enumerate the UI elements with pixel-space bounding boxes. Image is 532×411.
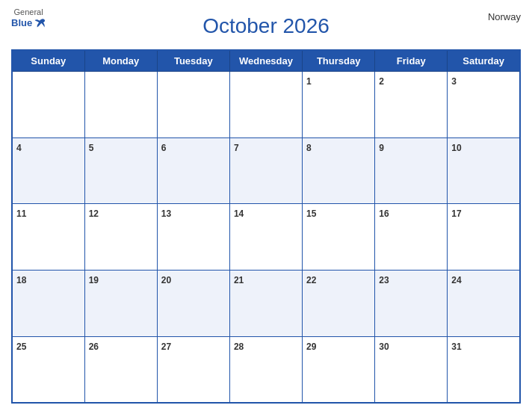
calendar-cell: 7	[229, 137, 302, 204]
calendar-cell: 30	[375, 336, 448, 403]
date-number: 31	[451, 342, 461, 352]
date-number: 23	[379, 275, 389, 285]
date-number: 1	[306, 76, 312, 87]
calendar-table: Sunday Monday Tuesday Wednesday Thursday…	[11, 49, 521, 404]
header-thursday: Thursday	[303, 50, 375, 72]
week-row-5: 25262728293031	[12, 336, 520, 403]
calendar-cell: 20	[157, 271, 229, 337]
date-number: 8	[306, 143, 312, 153]
calendar-cell: 25	[12, 336, 84, 403]
days-header-row: Sunday Monday Tuesday Wednesday Thursday…	[12, 50, 520, 72]
logo: General Blue	[11, 7, 46, 29]
date-number: 5	[89, 143, 94, 153]
header-tuesday: Tuesday	[157, 50, 229, 72]
date-number: 7	[234, 143, 239, 153]
date-number: 29	[306, 342, 316, 352]
week-row-2: 45678910	[12, 137, 520, 204]
country-label: Norway	[488, 11, 521, 22]
date-number: 10	[451, 143, 461, 153]
date-number: 17	[451, 208, 461, 219]
logo-general-text: General	[14, 7, 43, 17]
calendar-cell: 23	[375, 271, 448, 337]
date-number: 15	[306, 208, 316, 219]
calendar-cell: 1	[303, 72, 375, 138]
logo-blue-text: Blue	[11, 17, 46, 29]
date-number: 27	[161, 342, 171, 352]
calendar-cell: 5	[84, 137, 157, 204]
calendar-cell: 3	[448, 72, 520, 138]
week-row-1: 123	[12, 72, 520, 138]
calendar-cell: 16	[375, 204, 448, 271]
date-number: 9	[379, 143, 384, 153]
header-saturday: Saturday	[448, 50, 520, 72]
date-number: 3	[451, 76, 457, 87]
calendar-cell: 9	[375, 137, 448, 204]
header-monday: Monday	[84, 50, 157, 72]
date-number: 26	[89, 342, 99, 352]
calendar-cell: 10	[448, 137, 520, 204]
calendar-cell: 24	[448, 271, 520, 337]
calendar-cell: 4	[12, 137, 84, 204]
calendar-cell	[229, 72, 302, 138]
calendar-cell: 28	[229, 336, 302, 403]
calendar-cell: 14	[229, 204, 302, 271]
date-number: 20	[161, 275, 171, 285]
calendar-cell: 19	[84, 271, 157, 337]
calendar-cell: 17	[448, 204, 520, 271]
calendar-cell: 31	[448, 336, 520, 403]
calendar-cell	[12, 72, 84, 138]
calendar-cell: 13	[157, 204, 229, 271]
calendar-cell: 2	[375, 72, 448, 138]
date-number: 14	[234, 208, 244, 219]
calendar-header: General Blue October 2026 Norway	[11, 7, 521, 45]
calendar-cell: 11	[12, 204, 84, 271]
date-number: 22	[306, 275, 316, 285]
calendar-cell: 6	[157, 137, 229, 204]
date-number: 11	[16, 208, 26, 219]
header-wednesday: Wednesday	[229, 50, 302, 72]
week-row-3: 11121314151617	[12, 204, 520, 271]
logo-bird-icon	[34, 17, 46, 29]
header-friday: Friday	[375, 50, 448, 72]
date-number: 2	[379, 76, 384, 87]
date-number: 12	[89, 208, 99, 219]
date-number: 6	[161, 143, 167, 153]
calendar-cell: 29	[303, 336, 375, 403]
header-sunday: Sunday	[12, 50, 84, 72]
date-number: 28	[234, 342, 244, 352]
date-number: 25	[16, 342, 26, 352]
date-number: 4	[16, 143, 22, 153]
calendar-container: General Blue October 2026 Norway Sunday …	[0, 0, 532, 411]
calendar-cell: 22	[303, 271, 375, 337]
calendar-title: October 2026	[202, 14, 330, 38]
week-row-4: 18192021222324	[12, 271, 520, 337]
calendar-cell: 26	[84, 336, 157, 403]
calendar-cell: 12	[84, 204, 157, 271]
date-number: 30	[379, 342, 389, 352]
calendar-cell: 15	[303, 204, 375, 271]
calendar-cell: 21	[229, 271, 302, 337]
calendar-cell	[84, 72, 157, 138]
calendar-cell	[157, 72, 229, 138]
date-number: 19	[89, 275, 99, 285]
date-number: 18	[16, 275, 26, 285]
calendar-cell: 18	[12, 271, 84, 337]
date-number: 24	[451, 275, 461, 285]
date-number: 21	[234, 275, 244, 285]
calendar-cell: 8	[303, 137, 375, 204]
date-number: 16	[379, 208, 389, 219]
date-number: 13	[161, 208, 171, 219]
calendar-cell: 27	[157, 336, 229, 403]
